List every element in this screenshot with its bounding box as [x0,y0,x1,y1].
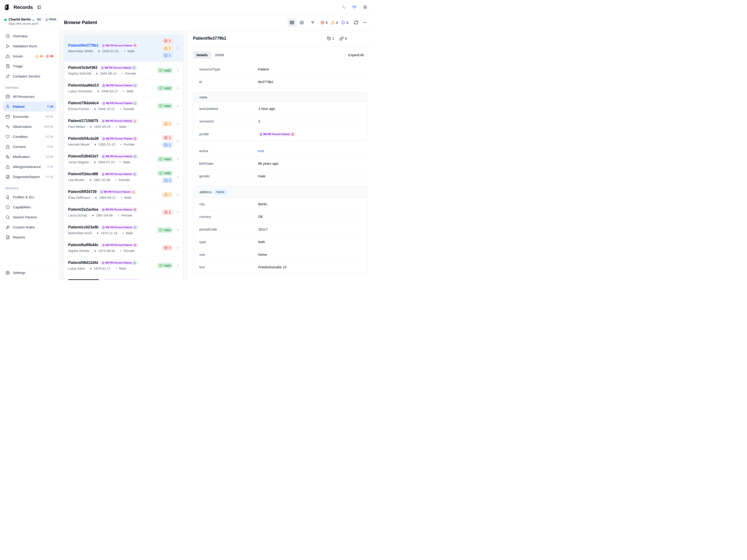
circle-check-icon [159,69,162,72]
patient-id-link[interactable]: Patient/538453d7 [68,154,99,158]
info-count-stat[interactable]: 3 [341,21,348,25]
patient-id-link[interactable]: Patient/3c6ef362 [68,65,97,70]
sidebar-item-search-params[interactable]: Search Params [3,212,56,222]
valid-badge: Valid [157,85,173,91]
sidebar-toggle-icon[interactable] [37,5,41,9]
sidebar-item-observation[interactable]: Observation 248.9K [3,122,56,132]
patient-name: Emma Fischer [68,107,89,111]
warning-count-stat[interactable]: 4 [331,21,338,25]
field-value: DE [258,215,367,219]
tab-json[interactable]: JSON [211,51,228,59]
sidebar-item-label: AllergyIntolerance [13,165,41,169]
more-options-icon[interactable] [363,20,367,25]
patient-id-link[interactable]: Patient/daa66d13 [68,83,99,87]
compare-arrows-icon [6,74,10,78]
sidebar-item-label: Issues [13,54,23,58]
sidebar-item-consent[interactable]: Consent 6.0K [3,142,56,152]
page-header: Browse Patient 5 [59,15,374,31]
file-text-icon [6,235,10,239]
patient-row[interactable]: Patient/daa66d13 {}MII PR Person Patient… [64,79,183,97]
group-header[interactable]: meta [193,92,367,102]
patient-row[interactable]: Patient/08d12dfd {}MII PR Person Patient… [64,257,183,274]
sidebar-item-compare-servers[interactable]: Compare Servers [3,71,56,81]
sidebar-item-reports[interactable]: Reports [3,232,56,242]
patient-birthdate: 1967-04-06 [96,213,113,217]
patient-gender: Male [123,160,130,164]
patient-id-link[interactable]: Patient/2e2ac0ea [68,208,98,212]
profile-badge-label: MII PR Person Patient [105,208,132,211]
sidebar-item-overview[interactable]: Overview [3,31,56,41]
database-icon [6,95,10,99]
table-view-button[interactable] [298,18,306,27]
patient-id-link[interactable]: Patient/78dde6c4 [68,101,99,105]
user-icon [6,105,10,109]
field-row: city Berlin [193,198,367,211]
sidebar-item-custom-rules[interactable]: Custom Rules [3,222,56,232]
patient-row[interactable]: Patient/b54cda26 {}MII PR Person Patient… [64,132,183,150]
patient-row[interactable]: Patient/17156075 {}MII PR Person Patient… [64,114,183,132]
sidebar-item-medication[interactable]: Medication 16.4K [3,152,56,162]
page-title: Browse Patient [64,20,97,25]
patient-id-link[interactable]: Patient/b54cda26 [68,136,99,141]
meta-group: meta lastUpdated 1 hour ago versionId 1 … [193,92,367,141]
sidebar-item-triage[interactable]: Triage [3,61,56,71]
sidebar-item-diagnosticreport[interactable]: DiagnosticReport 74.1K [3,172,56,182]
patient-birthdate: 1973-06-04 [98,249,115,253]
patient-name: Maximilian Koch [68,231,92,235]
search-icon [6,215,10,219]
patient-row[interactable]: Patient/2e2ac0ea {}MII PR Person Patient… [64,203,183,221]
refresh-icon[interactable] [354,20,358,25]
patient-row[interactable]: Patient/cc623a9b {}MII PR Person Patient… [64,221,183,239]
sidebar-item-encounter[interactable]: Encounter 88.9K [3,111,56,122]
circle-info-icon [164,179,168,182]
patient-id-link[interactable]: Patient/9e3779b1 [68,44,99,48]
patient-id-link[interactable]: Patient/08d12dfd [68,261,98,265]
patient-name: Sophie Schmidt [68,72,91,75]
female-icon [121,72,124,75]
history-button[interactable]: 1 [327,36,334,41]
profile-badge-label: MII PR Person Patient [106,102,133,105]
sidebar-item-patient[interactable]: Patient 7.1K [3,102,56,111]
patient-row[interactable]: Patient/f1bbcd88 {}MII PR Person Patient… [64,168,183,186]
sidebar: Charité Berlin ... R4 PROD https://fhir.… [0,15,59,280]
patient-id-link[interactable]: Patient/17156075 [68,119,98,123]
records-logo-icon [4,4,11,11]
braces-icon: {} [103,84,105,87]
patient-row[interactable]: Patient/538453d7 {}MII PR Person Patient… [64,150,183,168]
filter-icon[interactable] [310,20,315,25]
patient-row[interactable] [64,274,183,280]
server-selector[interactable]: Charité Berlin ... R4 PROD https://fhir.… [0,15,59,28]
sidebar-item-allergyintolerance[interactable]: AllergyIntolerance 4.2K [3,162,56,172]
tab-details[interactable]: Details [193,51,211,59]
sidebar-item-validation-runs[interactable]: Validation Runs [3,41,56,51]
warning-badge: 1 [162,45,173,51]
patient-id-link[interactable]: Patient/f1bbcd88 [68,172,98,176]
patient-row[interactable]: Patient/6a99b44c {}MII PR Person Patient… [64,239,183,257]
sidebar-item-issues[interactable]: Issues 18 65 [3,51,56,61]
references-button[interactable]: 0 [339,36,347,41]
braces-icon: {} [101,66,103,69]
theme-toggle-icon[interactable] [363,5,367,9]
patient-row[interactable]: Patient/78dde6c4 {}MII PR Person Patient… [64,97,183,114]
field-key: line [199,265,258,269]
sidebar-item-settings[interactable]: Settings [3,268,56,278]
sidebar-item-label: Custom Rules [13,225,35,229]
sidebar-item-capabilities[interactable]: Capabilities [3,202,56,212]
patient-row[interactable]: Patient/3c6ef362 {}MII PR Person Patient… [64,61,183,79]
patient-row[interactable]: Patient/8ff34739 {}MII PR Person Patient… [64,186,183,203]
profile-badge: {}MII PR Person Patient [100,119,138,123]
chevron-right-icon [176,175,180,179]
wifi-icon [352,5,357,9]
sidebar-item-all-resources[interactable]: All Resources [3,91,56,102]
sidebar-item-condition[interactable]: Condition 42.3K [3,132,56,142]
patient-id-link[interactable]: Patient/8ff34739 [68,190,97,194]
patient-row[interactable]: Patient/9e3779b1 {} MII PR Person Patien… [64,35,183,61]
patient-gender: Female [124,142,135,146]
patient-id-link[interactable]: Patient/6a99b44c [68,243,99,247]
sidebar-item-profiles-igs[interactable]: Profiles & IGs [3,192,56,202]
error-count-stat[interactable]: 5 [320,21,328,25]
expand-all-button[interactable]: Expand All [344,51,367,59]
group-header[interactable]: address home [193,186,367,198]
list-view-button[interactable] [288,18,297,27]
patient-id-link[interactable]: Patient/cc623a9b [68,225,99,229]
